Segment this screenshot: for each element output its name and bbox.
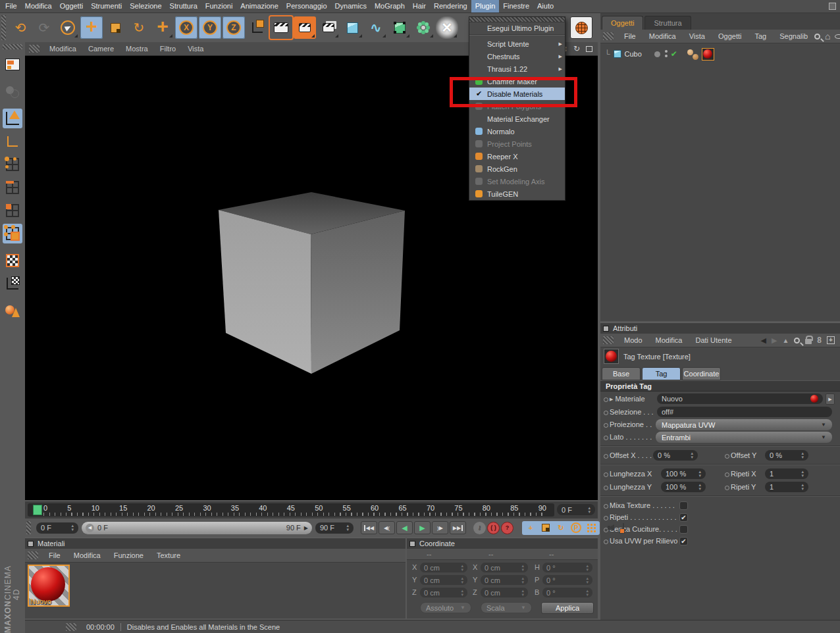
ripeti-checkbox[interactable] <box>679 513 688 522</box>
apply-button[interactable]: Applica <box>541 602 594 614</box>
viewport-menu-item[interactable]: Camere <box>82 45 120 53</box>
record-key-button[interactable]: ( ) <box>487 522 500 534</box>
goto-end-button[interactable]: ▶▶ <box>450 521 466 534</box>
attributes-menu-handle[interactable] <box>603 336 614 344</box>
goto-start-button[interactable]: ◀◀ <box>361 521 377 534</box>
plugin-menu-item[interactable]: Reeper X ▶ <box>469 150 565 163</box>
key-scale-button[interactable] <box>538 522 553 534</box>
plugin-menu-item[interactable]: Project Points ▶ <box>469 138 565 150</box>
attributes-menu-item[interactable]: Dati Utente <box>689 336 739 344</box>
spinner-arrows[interactable] <box>688 451 693 459</box>
key-position-button[interactable]: + <box>523 522 538 534</box>
viewport-menu-item[interactable]: Mostra <box>120 45 154 53</box>
maximize-view-icon[interactable] <box>586 46 592 52</box>
offset-x-field[interactable]: 0 % <box>653 450 698 461</box>
plugin-menu-item[interactable]: RockGen ▶ <box>469 163 565 175</box>
rotation-p-field[interactable]: 0 ° <box>542 575 592 585</box>
scale-y-field[interactable]: 0 cm <box>481 575 528 585</box>
ripeti-y-field[interactable]: 1 <box>765 482 808 492</box>
render-settings-button[interactable] <box>294 16 316 39</box>
selezione-field[interactable]: off# <box>657 407 832 417</box>
timeline-ruler[interactable]: 051015202530354045505560657075808590 0 F <box>25 501 598 519</box>
plugin-menu-item[interactable]: Normalo ▶ <box>469 125 565 138</box>
lock-icon[interactable] <box>805 339 812 344</box>
next-key-button[interactable]: )▶ <box>432 521 448 534</box>
link-icon[interactable]: 8 <box>817 336 822 345</box>
menubar-item[interactable]: Selezione <box>126 0 165 13</box>
convert-object-button[interactable] <box>3 55 22 74</box>
spinner-arrows[interactable] <box>696 470 701 478</box>
lunghezza-y-field[interactable]: 100 % <box>661 482 706 492</box>
undo-button[interactable]: ⟲ <box>9 16 32 39</box>
menubar-item[interactable]: Oggetti <box>56 0 87 13</box>
objects-panel-tab[interactable]: Struttura <box>644 16 691 30</box>
range-end-field[interactable]: 90 F <box>315 522 354 534</box>
record-help-button[interactable]: ? <box>501 522 513 534</box>
senza-cuciture-checkbox[interactable] <box>679 525 688 534</box>
key-rotation-button[interactable]: ↻ <box>554 522 568 534</box>
window-icon[interactable] <box>829 3 836 10</box>
rotate-tool-button[interactable]: ↻ <box>128 16 150 39</box>
object-row-cubo[interactable]: └ Cubo ✔ <box>604 47 840 61</box>
viewport-menu-item[interactable]: Modifica <box>43 45 82 53</box>
expand-arrow-icon[interactable]: ▶ <box>610 393 613 405</box>
attributes-tab[interactable]: Tag <box>642 367 681 380</box>
objects-mode-button[interactable] <box>3 301 22 320</box>
menubar-item[interactable]: Personaggio <box>282 0 331 13</box>
scale-x-field[interactable]: 0 cm <box>481 563 528 572</box>
menubar-item[interactable]: Struttura <box>166 0 201 13</box>
menubar-item[interactable]: Strumenti <box>87 0 126 13</box>
polygons-mode-button[interactable] <box>3 201 22 220</box>
material-picker-button[interactable]: ▶ <box>826 393 835 405</box>
environment-button[interactable] <box>570 16 592 39</box>
spinner-arrows[interactable] <box>68 524 74 532</box>
spinner-arrows[interactable] <box>344 524 349 532</box>
objects-menu-item[interactable]: Segnalib <box>773 32 814 40</box>
texture-mode-button[interactable] <box>3 251 22 270</box>
deformer-button[interactable]: ✕ <box>436 16 458 39</box>
offset-y-field[interactable]: 0 % <box>765 450 808 461</box>
move-tool-button[interactable]: + <box>80 16 103 39</box>
search-icon[interactable] <box>794 338 800 343</box>
range-start-field[interactable]: 0 F <box>36 522 78 534</box>
redo-button[interactable]: ⟳ <box>33 16 55 39</box>
materials-menu-item[interactable]: Texture <box>150 551 187 559</box>
statusbar-handle[interactable] <box>66 623 76 631</box>
axis-lock-button[interactable]: Y <box>199 16 221 39</box>
plugin-menu-item[interactable]: Script Utente ▶ <box>469 38 565 50</box>
menubar-item[interactable]: Rendering <box>430 0 471 13</box>
history-forward-icon[interactable]: ▶ <box>772 336 777 345</box>
viewport-drag-handle[interactable] <box>29 45 39 53</box>
rotation-b-field[interactable]: 0 ° <box>542 588 592 597</box>
attributes-menu-item[interactable]: Modifica <box>649 336 689 344</box>
spinner-arrows[interactable] <box>799 483 804 491</box>
menubar-item[interactable]: Funzioni <box>201 0 237 13</box>
lato-dropdown[interactable]: Entrambi ▼ <box>656 432 832 443</box>
model-mode-button[interactable] <box>3 109 22 128</box>
scale-z-field[interactable]: 0 cm <box>481 588 528 597</box>
position-x-field[interactable]: 0 cm <box>420 563 467 572</box>
menubar-item[interactable]: Modifica <box>21 0 56 13</box>
plugin-menu-item[interactable]: Material Exchanger ▶ <box>469 113 565 125</box>
objects-menu-item[interactable]: File <box>617 32 643 40</box>
material-thumbnail[interactable]: Nuovo <box>28 565 70 607</box>
last-tool-button[interactable]: + <box>151 16 174 39</box>
materials-menu-handle[interactable] <box>28 551 38 559</box>
materials-menu-item[interactable]: Modifica <box>67 551 107 559</box>
points-mode-button[interactable] <box>3 155 22 174</box>
materiale-field[interactable]: Nuovo <box>657 393 823 404</box>
objects-panel-tab[interactable]: Oggetti <box>602 16 643 30</box>
objects-menu-handle[interactable] <box>603 32 614 40</box>
live-selection-button[interactable] <box>57 16 79 39</box>
plugin-menu-item[interactable]: Chamfer Maker ▶ <box>469 75 565 88</box>
plugin-menu-item[interactable]: Flatten Polygons ▶ <box>469 100 565 113</box>
enabled-check-icon[interactable]: ✔ <box>671 49 677 59</box>
menubar-item[interactable]: MoGraph <box>371 0 409 13</box>
add-spline-button[interactable]: ∿ <box>365 16 387 39</box>
eye-icon[interactable] <box>835 34 840 39</box>
attributes-menu-item[interactable]: Modo <box>617 336 649 344</box>
layer-dot[interactable] <box>654 51 660 57</box>
spinner-arrows[interactable] <box>696 483 701 491</box>
coordinate-system-button[interactable] <box>246 16 269 39</box>
rotation-h-field[interactable]: 0 ° <box>542 563 592 572</box>
